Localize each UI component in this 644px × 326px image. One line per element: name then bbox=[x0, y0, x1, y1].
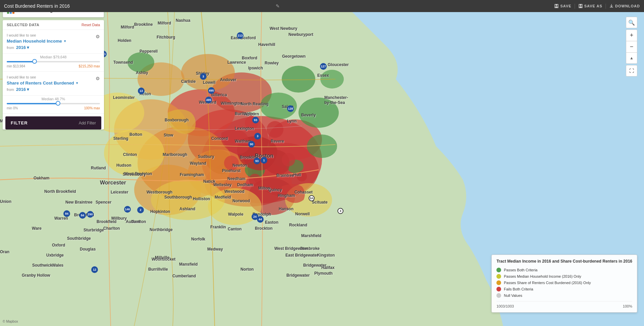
selected-data-panel: SELECTED DATA Reset Data I would like to… bbox=[3, 20, 104, 129]
city-label-kingston: Kingston bbox=[317, 253, 335, 258]
svg-point-15 bbox=[138, 126, 231, 200]
city-label-medway: Medway bbox=[207, 247, 223, 252]
city-label-billerica: Billerica bbox=[211, 93, 227, 97]
city-label-andover: Andover bbox=[220, 77, 236, 82]
city-label-beverly: Beverly bbox=[301, 113, 316, 117]
left-panel: Show Data Using Pass/Fail ▾ SELECTED DAT… bbox=[0, 0, 107, 326]
city-label-millville: Millville bbox=[155, 255, 169, 260]
svg-point-39 bbox=[297, 171, 307, 181]
income-median-label: Median $79,648 bbox=[7, 55, 100, 59]
city-label-norton: Norton bbox=[240, 267, 254, 272]
zoom-out-button[interactable]: − bbox=[626, 41, 637, 52]
legend-pct: 100% bbox=[623, 304, 632, 308]
city-label-hopkinton: Hopkinton bbox=[150, 209, 170, 214]
selected-data-header: SELECTED DATA Reset Data bbox=[3, 20, 104, 30]
route-marker-128: 128 bbox=[287, 105, 294, 112]
city-label-mansfield: Mansfield bbox=[179, 262, 198, 267]
city-label-carlisle: Carlisle bbox=[181, 79, 196, 84]
mapbox-attribution: © Mapbox bbox=[3, 320, 18, 323]
download-button[interactable]: DOWNLOAD bbox=[609, 4, 640, 8]
city-label-milford-nh: Milford bbox=[121, 25, 134, 30]
city-label-brookline-nh: Brookline bbox=[134, 22, 153, 27]
svg-point-27 bbox=[282, 66, 315, 93]
city-label-hanson: Hanson bbox=[279, 207, 293, 211]
legend: Tract Median Income in 2016 and Share Co… bbox=[491, 255, 637, 313]
city-label-quincy: Quincy bbox=[268, 187, 282, 192]
legend-footer: 1003/1003 100% bbox=[496, 301, 632, 308]
city-label-franklin: Franklin bbox=[210, 225, 226, 229]
income-year-dropdown[interactable]: 2016 ▾ bbox=[16, 45, 29, 50]
expand-icon: ⛶ bbox=[629, 68, 634, 73]
zoom-in-button[interactable]: + bbox=[626, 30, 637, 41]
svg-point-17 bbox=[188, 150, 248, 197]
renters-year-dropdown[interactable]: 2016 ▾ bbox=[16, 87, 29, 92]
city-label-gloucester: Gloucester bbox=[328, 62, 349, 67]
city-label-wilmington: Wilmington bbox=[221, 101, 243, 106]
reset-data-button[interactable]: Reset Data bbox=[82, 23, 100, 27]
renters-slider-track[interactable] bbox=[7, 103, 100, 104]
city-label-sterling: Sterling bbox=[113, 136, 128, 141]
city-label-georgetown: Georgetown bbox=[282, 54, 306, 59]
city-label-scituate: Scituate bbox=[312, 200, 328, 205]
route-marker-127: 127 bbox=[320, 63, 327, 70]
route-marker-90: 90 bbox=[248, 141, 255, 148]
city-label-halifax: Halifax bbox=[321, 265, 334, 270]
legend-label-null: Null Values bbox=[504, 293, 522, 297]
edit-icon[interactable]: ✎ bbox=[276, 3, 280, 9]
svg-point-33 bbox=[320, 70, 344, 89]
city-label-lawrence: Lawrence bbox=[227, 60, 246, 65]
filter-label: FILTER bbox=[11, 120, 28, 125]
route-marker-13: 13 bbox=[138, 88, 145, 94]
city-label-dedham: Dedham bbox=[237, 182, 253, 187]
legend-label-passes-share: Passes Share of Renters Cost Burdened (2… bbox=[504, 281, 591, 285]
city-label-hudson: Hudson bbox=[116, 163, 131, 168]
svg-rect-1 bbox=[556, 4, 557, 6]
city-label-lowell: Lowell bbox=[203, 80, 215, 85]
renters-section-label: I would like to see bbox=[7, 75, 100, 79]
city-label-lynn: Lynn bbox=[287, 119, 297, 123]
svg-point-12 bbox=[211, 72, 272, 113]
city-label-boxborough: Boxborough bbox=[165, 118, 189, 122]
city-label-burrillville: Burrillville bbox=[148, 267, 168, 272]
income-from-row: from 2016 ▾ bbox=[7, 45, 100, 50]
svg-point-21 bbox=[104, 129, 164, 176]
city-label-burlington: Burlington bbox=[235, 111, 255, 116]
legend-label-passes-income: Passes Median Household Income (2016) On… bbox=[504, 274, 581, 278]
income-filter-icon[interactable]: ⚙ bbox=[96, 34, 100, 39]
north-button[interactable]: ▲ bbox=[626, 52, 637, 64]
route-marker-3b: 3 bbox=[254, 133, 261, 140]
svg-point-14 bbox=[248, 178, 295, 215]
save-as-button[interactable]: SAVE AS bbox=[578, 4, 602, 8]
city-label-hingham: Hingham bbox=[278, 193, 295, 198]
income-slider-section: Median $79,648 min $13,984 $215,250 max bbox=[3, 54, 104, 72]
legend-label-passes-both: Passes Both Criteria bbox=[504, 268, 537, 272]
city-label-fitchburg: Fitchburg bbox=[157, 35, 175, 40]
filter-button[interactable]: FILTER Add Filter bbox=[5, 116, 101, 129]
income-slider-track[interactable] bbox=[7, 61, 100, 62]
renters-filter-icon[interactable]: ⚙ bbox=[96, 76, 100, 81]
route-marker-3a: 3A bbox=[309, 195, 315, 201]
legend-swatch-passes-share bbox=[496, 280, 501, 285]
renters-year-chevron-icon: ▾ bbox=[27, 87, 29, 92]
route-marker-495: 495 bbox=[205, 97, 212, 103]
legend-label-fails-both: Fails Both Criteria bbox=[504, 287, 533, 291]
city-label-sudbury: Sudbury bbox=[198, 154, 214, 159]
city-label-milton: Milton bbox=[258, 186, 270, 191]
income-title[interactable]: Median Household Income ▾ bbox=[7, 39, 100, 44]
search-button[interactable]: 🔍 bbox=[626, 17, 637, 28]
city-label-rowley: Rowley bbox=[265, 61, 279, 65]
city-label-wayland: Wayland bbox=[190, 161, 206, 166]
save-button[interactable]: SAVE bbox=[554, 4, 571, 8]
route-marker-93b: 93 bbox=[254, 158, 260, 164]
add-filter-button[interactable]: Add Filter bbox=[79, 121, 96, 125]
topbar-title: Cost Burdened Renters in 2016 bbox=[4, 3, 273, 9]
city-label-clinton: Clinton bbox=[123, 152, 137, 157]
expand-button[interactable]: ⛶ bbox=[626, 65, 637, 76]
renters-title[interactable]: Share of Renters Cost Burdened ▾ bbox=[7, 80, 100, 86]
legend-swatch-fails-both bbox=[496, 287, 501, 291]
svg-point-36 bbox=[224, 156, 239, 170]
income-section: I would like to see Median Household Inc… bbox=[3, 30, 104, 54]
city-label-rockland: Rockland bbox=[289, 223, 307, 227]
city-label-norwell: Norwell bbox=[295, 212, 310, 216]
income-year-chevron-icon: ▾ bbox=[27, 45, 29, 50]
